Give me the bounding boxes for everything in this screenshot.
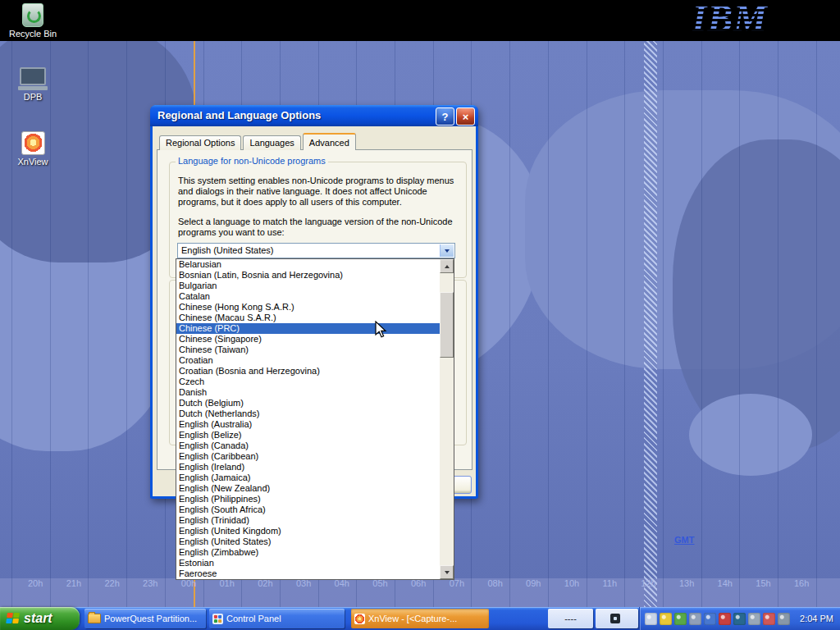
language-option[interactable]: English (South Africa) xyxy=(176,504,440,515)
language-option[interactable]: Belarusian xyxy=(176,259,440,270)
antivirus-icon[interactable] xyxy=(719,613,731,625)
help-button[interactable]: ? xyxy=(436,107,454,126)
xnview-glyph xyxy=(21,131,45,155)
close-button[interactable]: × xyxy=(456,107,475,126)
language-combobox[interactable]: English (United States) xyxy=(177,243,455,258)
language-option[interactable]: Chinese (Taiwan) xyxy=(176,345,440,355)
map-landmass xyxy=(673,139,840,451)
start-button-label: start xyxy=(24,611,52,626)
language-option[interactable]: English (New Zealand) xyxy=(176,483,440,494)
map-landmass xyxy=(689,394,812,476)
dialog-titlebar[interactable]: Regional and Language Options ? × xyxy=(150,105,478,126)
language-option[interactable]: English (Trinidad) xyxy=(176,515,440,526)
hour-label: 13h xyxy=(679,578,694,588)
update-icon[interactable] xyxy=(674,613,687,625)
tab-advanced[interactable]: Advanced xyxy=(303,133,356,150)
scroll-down-button[interactable] xyxy=(440,565,454,579)
laptop-glyph xyxy=(7,67,59,90)
dropdown-scrollbar[interactable] xyxy=(440,259,454,579)
hour-label: 10h xyxy=(564,578,579,588)
taskbar-button[interactable]: PowerQuest Partition... xyxy=(84,609,206,628)
language-option[interactable]: English (United Kingdom) xyxy=(176,526,440,536)
language-description: This system setting enables non-Unicode … xyxy=(178,176,460,208)
language-option[interactable]: Catalan xyxy=(176,291,440,302)
taskbar-button-label: ---- xyxy=(564,614,577,623)
start-button[interactable]: start xyxy=(0,607,80,630)
recycle-bin-glyph xyxy=(22,3,43,27)
display-icon[interactable] xyxy=(645,613,657,625)
tab-languages[interactable]: Languages xyxy=(243,135,300,150)
hour-label: 22h xyxy=(104,578,119,588)
scroll-up-button[interactable] xyxy=(440,259,454,273)
hour-label: 23h xyxy=(143,578,158,588)
language-option[interactable]: Croatian xyxy=(176,355,440,366)
language-option[interactable]: English (United States) xyxy=(176,536,440,547)
hour-label: 11h xyxy=(603,578,618,588)
taskbar-button[interactable]: ---- xyxy=(548,609,593,628)
language-dropdown-items: BelarusianBosnian (Latin, Bosnia and Her… xyxy=(176,259,440,579)
network-icon[interactable] xyxy=(704,613,716,625)
ibm-logo: IBM xyxy=(692,0,768,40)
language-option[interactable]: Dutch (Belgium) xyxy=(176,398,440,409)
usb-icon[interactable] xyxy=(748,613,760,625)
language-option[interactable]: Dutch (Netherlands) xyxy=(176,409,440,419)
taskbar-button[interactable] xyxy=(596,609,638,628)
app-icon xyxy=(610,614,620,623)
language-option[interactable]: Estonian xyxy=(176,558,440,568)
language-option[interactable]: English (Belize) xyxy=(176,430,440,441)
taskbar-button[interactable]: Control Panel xyxy=(209,609,345,628)
language-option[interactable]: Croatian (Bosnia and Herzegovina) xyxy=(176,366,440,377)
language-option[interactable]: English (Canada) xyxy=(176,441,440,451)
hour-label: 15h xyxy=(756,578,770,588)
language-option[interactable]: English (Philippines) xyxy=(176,494,440,504)
recycle-bin-label: Recycle Bin xyxy=(7,29,59,39)
taskbar: start PowerQuest Partition... Control Pa… xyxy=(0,607,840,630)
language-option[interactable]: English (Australia) xyxy=(176,419,440,430)
language-option[interactable]: English (Jamaica) xyxy=(176,472,440,483)
chevron-down-icon xyxy=(445,249,450,253)
language-option[interactable]: English (Ireland) xyxy=(176,462,440,472)
desktop: GMT 20h21h22h23h00h01h02h03h04h05h06h07h… xyxy=(0,0,840,630)
system-tray: 2:04 PM xyxy=(639,607,840,630)
taskbar-button-label: Control Panel xyxy=(226,614,281,623)
combobox-dropdown-button[interactable] xyxy=(440,244,454,257)
dpb-label: DPB xyxy=(7,92,59,102)
language-instruction: Select a language to match the language … xyxy=(178,217,460,238)
hour-label: 08h xyxy=(487,578,502,588)
gmt-zone-band xyxy=(644,41,657,607)
language-dropdown-list: BelarusianBosnian (Latin, Bosnia and Her… xyxy=(176,258,454,580)
language-option[interactable]: Czech xyxy=(176,377,440,387)
xnview-icon[interactable]: XnView xyxy=(7,131,59,167)
language-option[interactable]: English (Zimbabwe) xyxy=(176,547,440,558)
taskbar-clock[interactable]: 2:04 PM xyxy=(800,614,833,623)
language-option[interactable]: English (Caribbean) xyxy=(176,451,440,462)
language-option[interactable]: Chinese (Macau S.A.R.) xyxy=(176,313,440,323)
battery-icon[interactable] xyxy=(778,613,790,625)
hour-label: 14h xyxy=(718,578,733,588)
dpb-icon[interactable]: DPB xyxy=(7,67,59,102)
volume-icon[interactable] xyxy=(689,613,701,625)
hour-label: 21h xyxy=(66,578,81,588)
tab-regional-options[interactable]: Regional Options xyxy=(159,135,241,150)
hour-label: 16h xyxy=(794,578,809,588)
hour-label: 09h xyxy=(526,578,541,588)
security-shield-icon[interactable] xyxy=(660,613,672,625)
language-option[interactable]: Chinese (PRC) xyxy=(176,323,440,334)
taskbar-button[interactable]: XnView - [<Capture-... xyxy=(351,609,489,628)
windows-flag-icon xyxy=(6,613,21,624)
taskbar-button-label: XnView - [<Capture-... xyxy=(368,614,457,623)
dialog-title: Regional and Language Options xyxy=(158,109,321,121)
language-option[interactable]: Chinese (Singapore) xyxy=(176,334,440,345)
hour-label: 12h xyxy=(641,578,655,588)
scheduler-icon[interactable] xyxy=(733,613,746,625)
language-option[interactable]: Bulgarian xyxy=(176,281,440,291)
language-option[interactable]: Chinese (Hong Kong S.A.R.) xyxy=(176,302,440,313)
tab-strip: Regional Options Languages Advanced xyxy=(159,133,358,150)
messenger-icon[interactable] xyxy=(763,613,775,625)
scrollbar-thumb[interactable] xyxy=(440,292,454,358)
language-option[interactable]: Faeroese xyxy=(176,568,440,579)
language-option[interactable]: Danish xyxy=(176,387,440,398)
language-option[interactable]: Bosnian (Latin, Bosnia and Herzegovina) xyxy=(176,270,440,281)
recycle-bin-icon[interactable]: Recycle Bin xyxy=(7,3,59,39)
taskbar-button-label: PowerQuest Partition... xyxy=(104,614,197,623)
